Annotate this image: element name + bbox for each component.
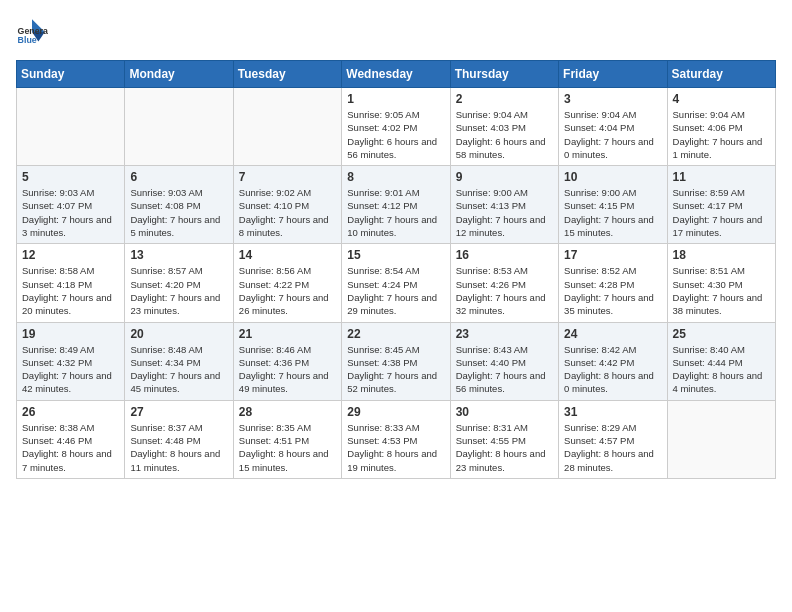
calendar-week-row: 12Sunrise: 8:58 AM Sunset: 4:18 PM Dayli… bbox=[17, 244, 776, 322]
dow-header: Thursday bbox=[450, 61, 558, 88]
day-info: Sunrise: 8:29 AM Sunset: 4:57 PM Dayligh… bbox=[564, 421, 661, 474]
calendar-cell: 12Sunrise: 8:58 AM Sunset: 4:18 PM Dayli… bbox=[17, 244, 125, 322]
day-number: 8 bbox=[347, 170, 444, 184]
day-info: Sunrise: 8:43 AM Sunset: 4:40 PM Dayligh… bbox=[456, 343, 553, 396]
days-of-week-row: SundayMondayTuesdayWednesdayThursdayFrid… bbox=[17, 61, 776, 88]
day-number: 28 bbox=[239, 405, 336, 419]
day-number: 15 bbox=[347, 248, 444, 262]
day-number: 16 bbox=[456, 248, 553, 262]
day-info: Sunrise: 9:04 AM Sunset: 4:03 PM Dayligh… bbox=[456, 108, 553, 161]
calendar-cell: 26Sunrise: 8:38 AM Sunset: 4:46 PM Dayli… bbox=[17, 400, 125, 478]
day-number: 29 bbox=[347, 405, 444, 419]
calendar-cell: 23Sunrise: 8:43 AM Sunset: 4:40 PM Dayli… bbox=[450, 322, 558, 400]
calendar-body: 1Sunrise: 9:05 AM Sunset: 4:02 PM Daylig… bbox=[17, 88, 776, 479]
day-number: 1 bbox=[347, 92, 444, 106]
day-info: Sunrise: 9:01 AM Sunset: 4:12 PM Dayligh… bbox=[347, 186, 444, 239]
dow-header: Wednesday bbox=[342, 61, 450, 88]
calendar-cell: 25Sunrise: 8:40 AM Sunset: 4:44 PM Dayli… bbox=[667, 322, 775, 400]
day-number: 31 bbox=[564, 405, 661, 419]
day-number: 2 bbox=[456, 92, 553, 106]
calendar-cell: 4Sunrise: 9:04 AM Sunset: 4:06 PM Daylig… bbox=[667, 88, 775, 166]
day-number: 23 bbox=[456, 327, 553, 341]
calendar-cell: 31Sunrise: 8:29 AM Sunset: 4:57 PM Dayli… bbox=[559, 400, 667, 478]
day-info: Sunrise: 8:40 AM Sunset: 4:44 PM Dayligh… bbox=[673, 343, 770, 396]
calendar-cell: 18Sunrise: 8:51 AM Sunset: 4:30 PM Dayli… bbox=[667, 244, 775, 322]
calendar-table: SundayMondayTuesdayWednesdayThursdayFrid… bbox=[16, 60, 776, 479]
calendar-cell bbox=[17, 88, 125, 166]
calendar-cell bbox=[125, 88, 233, 166]
day-info: Sunrise: 8:52 AM Sunset: 4:28 PM Dayligh… bbox=[564, 264, 661, 317]
day-info: Sunrise: 8:57 AM Sunset: 4:20 PM Dayligh… bbox=[130, 264, 227, 317]
calendar-cell: 16Sunrise: 8:53 AM Sunset: 4:26 PM Dayli… bbox=[450, 244, 558, 322]
day-number: 5 bbox=[22, 170, 119, 184]
day-number: 22 bbox=[347, 327, 444, 341]
calendar-cell: 5Sunrise: 9:03 AM Sunset: 4:07 PM Daylig… bbox=[17, 166, 125, 244]
day-number: 17 bbox=[564, 248, 661, 262]
day-number: 21 bbox=[239, 327, 336, 341]
calendar-cell: 28Sunrise: 8:35 AM Sunset: 4:51 PM Dayli… bbox=[233, 400, 341, 478]
day-info: Sunrise: 9:04 AM Sunset: 4:06 PM Dayligh… bbox=[673, 108, 770, 161]
day-info: Sunrise: 8:35 AM Sunset: 4:51 PM Dayligh… bbox=[239, 421, 336, 474]
day-info: Sunrise: 8:46 AM Sunset: 4:36 PM Dayligh… bbox=[239, 343, 336, 396]
calendar-cell: 15Sunrise: 8:54 AM Sunset: 4:24 PM Dayli… bbox=[342, 244, 450, 322]
day-info: Sunrise: 8:38 AM Sunset: 4:46 PM Dayligh… bbox=[22, 421, 119, 474]
calendar-cell: 24Sunrise: 8:42 AM Sunset: 4:42 PM Dayli… bbox=[559, 322, 667, 400]
calendar-cell: 19Sunrise: 8:49 AM Sunset: 4:32 PM Dayli… bbox=[17, 322, 125, 400]
dow-header: Sunday bbox=[17, 61, 125, 88]
day-number: 18 bbox=[673, 248, 770, 262]
calendar-cell: 27Sunrise: 8:37 AM Sunset: 4:48 PM Dayli… bbox=[125, 400, 233, 478]
calendar-week-row: 26Sunrise: 8:38 AM Sunset: 4:46 PM Dayli… bbox=[17, 400, 776, 478]
page-header: General Blue bbox=[16, 16, 776, 48]
day-number: 14 bbox=[239, 248, 336, 262]
day-info: Sunrise: 8:51 AM Sunset: 4:30 PM Dayligh… bbox=[673, 264, 770, 317]
day-info: Sunrise: 8:31 AM Sunset: 4:55 PM Dayligh… bbox=[456, 421, 553, 474]
day-number: 27 bbox=[130, 405, 227, 419]
calendar-week-row: 19Sunrise: 8:49 AM Sunset: 4:32 PM Dayli… bbox=[17, 322, 776, 400]
day-number: 13 bbox=[130, 248, 227, 262]
svg-text:General: General bbox=[18, 26, 48, 36]
day-info: Sunrise: 8:59 AM Sunset: 4:17 PM Dayligh… bbox=[673, 186, 770, 239]
calendar-cell: 10Sunrise: 9:00 AM Sunset: 4:15 PM Dayli… bbox=[559, 166, 667, 244]
day-number: 26 bbox=[22, 405, 119, 419]
dow-header: Saturday bbox=[667, 61, 775, 88]
day-number: 25 bbox=[673, 327, 770, 341]
calendar-cell: 11Sunrise: 8:59 AM Sunset: 4:17 PM Dayli… bbox=[667, 166, 775, 244]
svg-text:Blue: Blue bbox=[18, 35, 37, 45]
calendar-cell: 20Sunrise: 8:48 AM Sunset: 4:34 PM Dayli… bbox=[125, 322, 233, 400]
day-number: 10 bbox=[564, 170, 661, 184]
calendar-cell: 29Sunrise: 8:33 AM Sunset: 4:53 PM Dayli… bbox=[342, 400, 450, 478]
logo: General Blue bbox=[16, 16, 48, 48]
day-info: Sunrise: 8:53 AM Sunset: 4:26 PM Dayligh… bbox=[456, 264, 553, 317]
calendar-cell: 21Sunrise: 8:46 AM Sunset: 4:36 PM Dayli… bbox=[233, 322, 341, 400]
day-number: 4 bbox=[673, 92, 770, 106]
calendar-week-row: 1Sunrise: 9:05 AM Sunset: 4:02 PM Daylig… bbox=[17, 88, 776, 166]
day-info: Sunrise: 9:05 AM Sunset: 4:02 PM Dayligh… bbox=[347, 108, 444, 161]
day-number: 30 bbox=[456, 405, 553, 419]
day-info: Sunrise: 9:04 AM Sunset: 4:04 PM Dayligh… bbox=[564, 108, 661, 161]
day-number: 3 bbox=[564, 92, 661, 106]
day-info: Sunrise: 8:49 AM Sunset: 4:32 PM Dayligh… bbox=[22, 343, 119, 396]
calendar-cell bbox=[233, 88, 341, 166]
dow-header: Tuesday bbox=[233, 61, 341, 88]
day-number: 12 bbox=[22, 248, 119, 262]
day-info: Sunrise: 8:54 AM Sunset: 4:24 PM Dayligh… bbox=[347, 264, 444, 317]
calendar-cell: 6Sunrise: 9:03 AM Sunset: 4:08 PM Daylig… bbox=[125, 166, 233, 244]
day-info: Sunrise: 8:37 AM Sunset: 4:48 PM Dayligh… bbox=[130, 421, 227, 474]
day-info: Sunrise: 8:48 AM Sunset: 4:34 PM Dayligh… bbox=[130, 343, 227, 396]
calendar-cell bbox=[667, 400, 775, 478]
day-number: 6 bbox=[130, 170, 227, 184]
logo-icon: General Blue bbox=[16, 16, 48, 48]
day-info: Sunrise: 8:56 AM Sunset: 4:22 PM Dayligh… bbox=[239, 264, 336, 317]
calendar-cell: 9Sunrise: 9:00 AM Sunset: 4:13 PM Daylig… bbox=[450, 166, 558, 244]
dow-header: Friday bbox=[559, 61, 667, 88]
day-info: Sunrise: 9:00 AM Sunset: 4:13 PM Dayligh… bbox=[456, 186, 553, 239]
calendar-cell: 30Sunrise: 8:31 AM Sunset: 4:55 PM Dayli… bbox=[450, 400, 558, 478]
calendar-cell: 8Sunrise: 9:01 AM Sunset: 4:12 PM Daylig… bbox=[342, 166, 450, 244]
day-info: Sunrise: 9:03 AM Sunset: 4:07 PM Dayligh… bbox=[22, 186, 119, 239]
calendar-cell: 3Sunrise: 9:04 AM Sunset: 4:04 PM Daylig… bbox=[559, 88, 667, 166]
day-info: Sunrise: 9:02 AM Sunset: 4:10 PM Dayligh… bbox=[239, 186, 336, 239]
calendar-cell: 2Sunrise: 9:04 AM Sunset: 4:03 PM Daylig… bbox=[450, 88, 558, 166]
day-number: 24 bbox=[564, 327, 661, 341]
day-info: Sunrise: 9:00 AM Sunset: 4:15 PM Dayligh… bbox=[564, 186, 661, 239]
day-info: Sunrise: 8:58 AM Sunset: 4:18 PM Dayligh… bbox=[22, 264, 119, 317]
